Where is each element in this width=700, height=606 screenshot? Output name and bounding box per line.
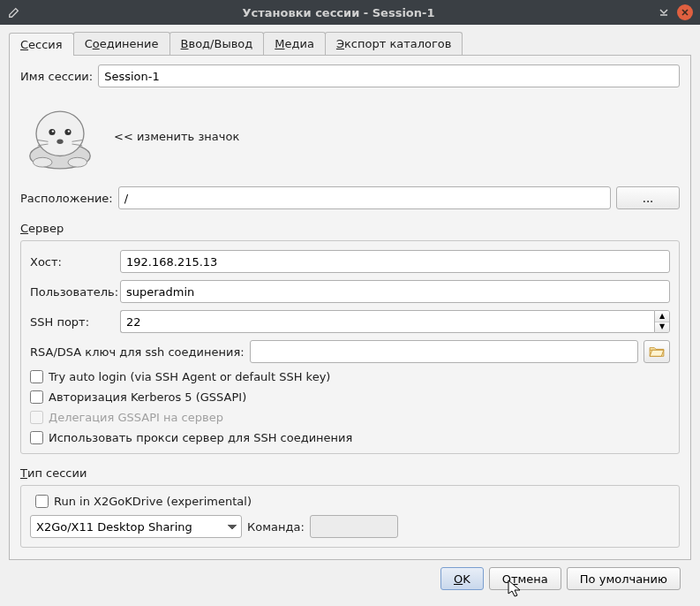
minimize-button[interactable] [656,6,672,19]
svg-point-6 [68,157,87,167]
tab-io[interactable]: Ввод/Вывод [169,32,265,55]
rsadsa-browse-button[interactable] [644,340,670,363]
user-label: Пользователь: [30,285,115,299]
host-label: Хост: [30,255,115,269]
svg-point-4 [36,111,84,155]
kdrive-checkbox[interactable] [35,495,49,508]
session-icon [20,100,100,172]
rsadsa-label: RSA/DSA ключ для ssh соединения: [30,345,245,359]
autologin-checkbox[interactable] [30,370,43,383]
autologin-checkbox-row[interactable]: Try auto login (via SSH Agent or default… [30,370,670,383]
tab-media[interactable]: Медиа [263,32,326,55]
dialog-footer: OK Отмена По умолчанию [9,560,691,599]
titlebar: Установки сессии - Session-1 [0,0,700,25]
command-label: Команда: [247,520,305,534]
svg-point-8 [64,129,71,135]
close-button[interactable] [677,4,693,20]
kerberos-checkbox-row[interactable]: Авторизация Kerberos 5 (GSSAPI) [30,390,670,404]
tab-page-session: Имя сессии: [9,56,691,560]
cancel-button[interactable]: Отмена [489,567,561,590]
svg-point-7 [49,129,55,135]
svg-point-11 [56,140,63,144]
server-group: Хост: Пользователь: SSH порт: ▲ ▼ [20,240,680,454]
gssapi-delegate-label: Делегация GSSAPI на сервер [49,411,223,424]
autologin-label: Try auto login (via SSH Agent or default… [49,370,330,383]
sshport-input[interactable] [120,310,654,333]
session-type-group-label: Тип сессии [20,466,680,480]
tab-export[interactable]: Экспорт каталогов [325,32,463,55]
kdrive-label: Run in X2GoKDrive (experimental) [54,495,252,508]
change-icon-link[interactable]: << изменить значок [114,130,239,143]
session-type-select[interactable]: X2Go/X11 Desktop Sharing [30,515,242,538]
session-name-input[interactable] [98,64,680,87]
ok-button[interactable]: OK [440,567,484,590]
edit-icon [7,6,21,19]
svg-point-10 [68,130,70,132]
tab-session[interactable]: Сессия [9,33,74,56]
session-name-label: Имя сессии: [20,70,93,83]
sshport-label: SSH порт: [30,315,115,329]
tab-bar: Сессия Соединение Ввод/Вывод Медиа Экспо… [9,32,691,56]
gssapi-delegate-checkbox-row: Делегация GSSAPI на сервер [30,411,670,424]
kdrive-checkbox-row[interactable]: Run in X2GoKDrive (experimental) [35,495,670,508]
svg-point-9 [52,130,54,132]
location-input[interactable] [118,186,611,209]
window-title: Установки сессии - Session-1 [21,6,656,19]
location-browse-button[interactable]: ... [616,186,680,209]
kerberos-checkbox[interactable] [30,390,43,404]
defaults-button[interactable]: По умолчанию [567,567,681,590]
gssapi-delegate-checkbox [30,411,43,424]
location-label: Расположение: [20,192,113,205]
host-input[interactable] [120,250,670,273]
command-input [310,515,398,538]
kerberos-label: Авторизация Kerberos 5 (GSSAPI) [49,390,246,404]
tab-connection[interactable]: Соединение [73,32,170,55]
sshport-up-button[interactable]: ▲ [655,311,669,322]
proxy-checkbox-row[interactable]: Использовать прокси сервер для SSH соеди… [30,431,670,444]
sshport-down-button[interactable]: ▼ [655,322,669,333]
server-group-label: Сервер [20,222,680,235]
session-type-group: Run in X2GoKDrive (experimental) X2Go/X1… [20,485,680,548]
proxy-checkbox[interactable] [30,431,43,444]
rsadsa-input[interactable] [250,340,638,363]
svg-point-5 [33,157,52,167]
proxy-label: Использовать прокси сервер для SSH соеди… [49,431,352,444]
user-input[interactable] [120,280,670,303]
